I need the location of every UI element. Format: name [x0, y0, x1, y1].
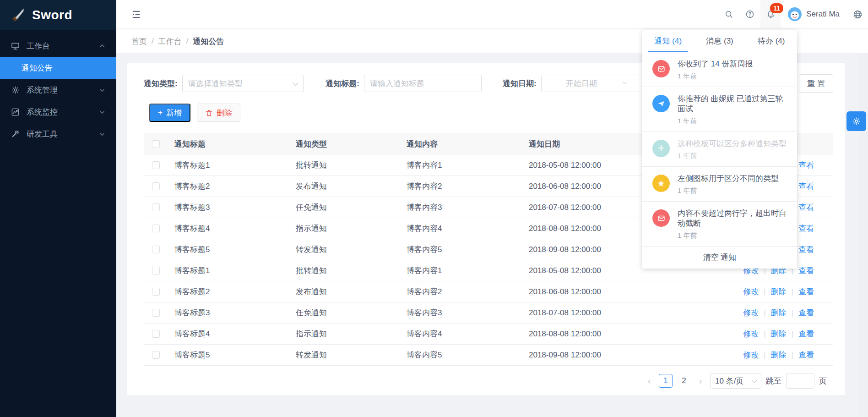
notification-tab-1[interactable]: 消息 (3)	[694, 30, 746, 52]
action-separator: |	[792, 287, 793, 296]
view-link[interactable]: 查看	[798, 244, 814, 255]
cell-title: 博客标题1	[168, 160, 289, 170]
cell-type: 批转通知	[289, 265, 400, 276]
help-icon[interactable]	[739, 0, 760, 28]
gear-icon	[852, 117, 861, 126]
breadcrumb-separator: /	[152, 37, 154, 46]
sidebar-item-workbench[interactable]: 工作台	[0, 35, 116, 57]
bell-icon[interactable]: 11	[760, 0, 781, 28]
edit-link[interactable]: 修改	[743, 307, 759, 318]
breadcrumb-item[interactable]: 首页	[131, 36, 147, 47]
notification-time: 1 年前	[678, 187, 779, 195]
add-button[interactable]: + 新增	[149, 104, 190, 122]
cell-title: 博客标题3	[168, 307, 289, 318]
cell-title: 博客标题3	[168, 202, 289, 213]
notification-panel: 通知 (4)消息 (3)待办 (4) 你收到了 14 份新周报1 年前你推荐的 …	[642, 30, 797, 269]
sidebar-collapse-icon[interactable]	[131, 9, 141, 20]
view-link[interactable]: 查看	[798, 286, 814, 297]
view-link[interactable]: 查看	[798, 350, 814, 360]
prev-page-button[interactable]: ‹	[644, 376, 654, 386]
notification-item[interactable]: 你收到了 14 份新周报1 年前	[642, 52, 797, 87]
row-checkbox[interactable]	[152, 203, 160, 211]
cell-content: 博客内容5	[400, 244, 522, 255]
notification-text: 你收到了 14 份新周报1 年前	[678, 59, 753, 81]
mail-icon	[652, 60, 670, 77]
notification-item[interactable]: +这种模板可以区分多种通知类型1 年前	[642, 132, 797, 167]
page-unit-label: 页	[819, 376, 827, 386]
view-link[interactable]: 查看	[798, 265, 814, 276]
jump-page-input[interactable]	[786, 373, 814, 389]
edit-link[interactable]: 修改	[743, 286, 759, 297]
globe-icon[interactable]	[847, 0, 868, 28]
next-page-button[interactable]: ›	[695, 376, 705, 386]
page-button-1[interactable]: 1	[659, 374, 673, 388]
row-checkbox[interactable]	[152, 225, 160, 232]
select-all-checkbox[interactable]	[152, 140, 160, 148]
cell-title: 博客标题2	[168, 181, 289, 192]
page-button-2[interactable]: 2	[677, 374, 691, 388]
user-menu[interactable]: Serati Ma	[781, 0, 847, 28]
plus-icon: +	[158, 108, 163, 117]
paper-plane-icon	[652, 95, 670, 112]
view-link[interactable]: 查看	[798, 329, 814, 339]
breadcrumb-item[interactable]: 工作台	[158, 36, 182, 47]
notification-title: 内容不要超过两行字，超出时自动截断	[678, 208, 788, 228]
plus-icon: +	[652, 140, 670, 157]
star-icon: ★	[652, 175, 670, 192]
notification-item[interactable]: 你推荐的 曲妮妮 已通过第三轮面试1 年前	[642, 87, 797, 132]
date-start-input[interactable]: 开始日期	[547, 78, 616, 89]
notification-time: 1 年前	[678, 231, 788, 240]
cell-content: 博客内容1	[400, 265, 522, 276]
action-separator: |	[792, 329, 793, 339]
action-separator: |	[792, 308, 793, 318]
cell-content: 博客内容1	[400, 160, 522, 170]
delete-link[interactable]: 删除	[771, 286, 787, 297]
cell-type: 转发通知	[289, 350, 400, 360]
delete-link[interactable]: 删除	[771, 350, 787, 360]
edit-link[interactable]: 修改	[743, 329, 759, 339]
cell-title: 博客标题1	[168, 265, 289, 276]
cell-actions: 修改|删除|查看	[664, 350, 833, 360]
sidebar-item-notice-announcement[interactable]: 通知公告	[0, 57, 116, 79]
delete-link[interactable]: 删除	[771, 329, 787, 339]
app-logo[interactable]: Sword	[0, 0, 116, 30]
view-link[interactable]: 查看	[798, 307, 814, 318]
notice-title-input[interactable]: 请输入通知标题	[364, 75, 482, 92]
row-checkbox[interactable]	[152, 288, 160, 296]
notification-item[interactable]: ★左侧图标用于区分不同的类型1 年前	[642, 167, 797, 202]
sidebar-menu: 工作台通知公告系统管理系统监控研发工具	[0, 30, 116, 145]
row-checkbox[interactable]	[152, 246, 160, 253]
notice-type-label: 通知类型:	[144, 78, 178, 89]
view-link[interactable]: 查看	[798, 181, 814, 192]
sidebar-item-system-monitor[interactable]: 系统监控	[0, 101, 116, 123]
notification-title: 左侧图标用于区分不同的类型	[678, 174, 779, 183]
notification-item[interactable]: 内容不要超过两行字，超出时自动截断1 年前	[642, 202, 797, 247]
row-checkbox[interactable]	[152, 330, 160, 338]
row-checkbox[interactable]	[152, 267, 160, 274]
scrollbar-track[interactable]	[859, 53, 868, 417]
settings-gear-button[interactable]	[846, 111, 866, 131]
sidebar-item-dev-tools[interactable]: 研发工具	[0, 123, 116, 145]
view-link[interactable]: 查看	[798, 223, 814, 234]
row-checkbox[interactable]	[152, 309, 160, 317]
edit-link[interactable]: 修改	[743, 350, 759, 360]
row-checkbox[interactable]	[152, 161, 160, 169]
cell-checkbox	[144, 267, 168, 274]
reset-button[interactable]: 重 置	[799, 74, 833, 93]
notification-tab-0[interactable]: 通知 (4)	[642, 30, 694, 52]
cell-checkbox	[144, 246, 168, 253]
view-link[interactable]: 查看	[798, 160, 814, 170]
sidebar-item-system-admin[interactable]: 系统管理	[0, 79, 116, 101]
page-size-select[interactable]: 10 条/页	[710, 373, 761, 389]
row-checkbox[interactable]	[152, 351, 160, 359]
clear-notifications-button[interactable]: 清空 通知	[642, 247, 797, 269]
notification-tab-2[interactable]: 待办 (4)	[745, 30, 797, 52]
delete-link[interactable]: 删除	[771, 307, 787, 318]
notification-list: 你收到了 14 份新周报1 年前你推荐的 曲妮妮 已通过第三轮面试1 年前+这种…	[642, 52, 797, 247]
search-icon[interactable]	[718, 0, 739, 28]
row-checkbox[interactable]	[152, 182, 160, 190]
notice-type-select[interactable]: 请选择通知类型	[182, 75, 304, 92]
chevron-down-icon	[99, 131, 105, 137]
delete-button[interactable]: 删除	[197, 104, 240, 122]
view-link[interactable]: 查看	[798, 202, 814, 213]
